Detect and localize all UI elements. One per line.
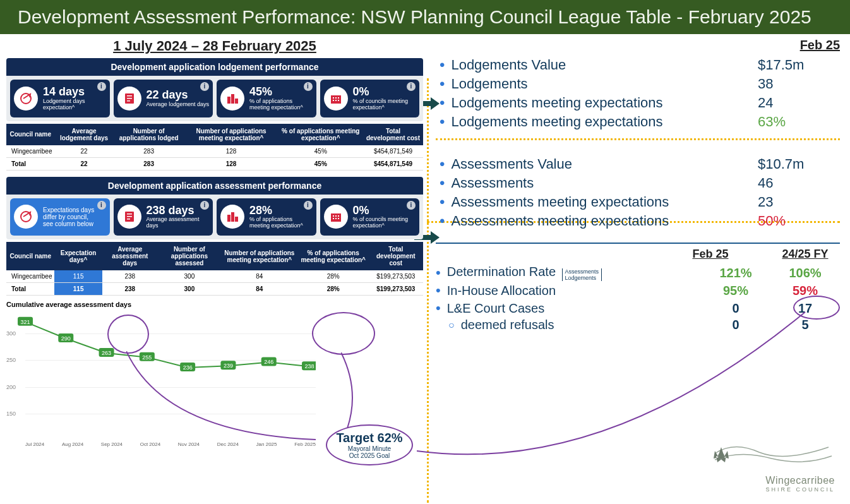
metric-value-month: 121% bbox=[701, 266, 770, 280]
table-cell: 300 bbox=[158, 270, 221, 283]
table-header: Total development cost bbox=[369, 242, 423, 270]
stat-label: Assessments bbox=[451, 175, 758, 191]
lodgement-section-title: Development application lodgement perfor… bbox=[6, 58, 423, 76]
assessment-section-title: Development application assessment perfo… bbox=[6, 177, 423, 195]
info-icon[interactable]: i bbox=[97, 82, 106, 91]
metric-row: L&E Court Cases 0 17 bbox=[436, 300, 840, 316]
data-point: 246 bbox=[261, 357, 277, 366]
metric-card: i 238 daysAverage assessment days bbox=[114, 198, 213, 236]
assessment-days-chart: Average assessment days 1502002503003212… bbox=[6, 311, 316, 437]
table-header: Total development cost bbox=[363, 124, 423, 145]
metric-row: Determination Rate AssessmentsLodgements… bbox=[436, 265, 840, 281]
assessment-stats-list: Assessments Value$10.7mAssessments46Asse… bbox=[436, 155, 840, 230]
svg-rect-5 bbox=[227, 97, 230, 104]
xtick-label: Aug 2024 bbox=[62, 441, 83, 447]
svg-rect-11 bbox=[338, 97, 339, 99]
info-icon[interactable]: i bbox=[304, 201, 313, 210]
info-icon[interactable]: i bbox=[304, 82, 313, 91]
stat-row: Assessments meeting expectations50% bbox=[453, 212, 840, 230]
card-label: % of councils meeting expectation^ bbox=[353, 99, 416, 111]
svg-text:246: 246 bbox=[264, 359, 273, 366]
card-icon bbox=[117, 205, 141, 229]
table-cell: 283 bbox=[114, 157, 184, 170]
stat-row: Lodgements Value$17.5m bbox=[453, 56, 840, 74]
metric-value-month: 0 bbox=[701, 301, 770, 316]
stat-value: 63% bbox=[758, 114, 840, 130]
data-point: 290 bbox=[58, 333, 73, 342]
table-cell: 128 bbox=[184, 145, 278, 158]
info-icon[interactable]: i bbox=[200, 201, 209, 210]
stat-label: Lodgements meeting expectations bbox=[451, 114, 758, 130]
metric-card: i 0%% of councils meeting expectation^ bbox=[320, 198, 420, 236]
vertical-divider bbox=[427, 78, 429, 503]
stat-row: Assessments Value$10.7m bbox=[453, 155, 840, 173]
svg-rect-24 bbox=[333, 215, 334, 217]
metric-value-month: 0 bbox=[701, 318, 770, 332]
divider bbox=[436, 138, 840, 140]
stat-row: Assessments46 bbox=[453, 174, 840, 192]
table-header: Council name bbox=[6, 242, 54, 270]
xtick-label: Jul 2024 bbox=[25, 441, 44, 447]
card-icon bbox=[324, 205, 348, 229]
info-icon[interactable]: i bbox=[407, 201, 416, 210]
svg-rect-2 bbox=[127, 95, 132, 97]
card-icon bbox=[324, 87, 348, 111]
table-cell: 283 bbox=[114, 145, 184, 158]
data-point: 236 bbox=[180, 363, 195, 371]
table-header: Average assessment days bbox=[102, 242, 158, 270]
metric-card: i 0%% of councils meeting expectation^ bbox=[320, 80, 420, 117]
svg-rect-21 bbox=[231, 212, 234, 222]
target-sub1: Mayoral Minute bbox=[336, 445, 402, 452]
table-cell: 115 bbox=[54, 283, 102, 296]
card-label: Average lodgement days bbox=[147, 102, 209, 108]
period-label: 1 July 2024 – 28 February 2025 bbox=[6, 38, 423, 54]
svg-rect-18 bbox=[127, 216, 132, 217]
metrics-block: Feb 25 24/25 FY Determination Rate Asses… bbox=[436, 248, 840, 332]
info-icon[interactable]: i bbox=[97, 201, 106, 210]
svg-rect-8 bbox=[331, 95, 341, 104]
metric-row: deemed refusals 0 5 bbox=[436, 318, 840, 332]
data-point: 263 bbox=[99, 348, 114, 357]
table-header: Council name bbox=[6, 124, 54, 145]
table-cell: Total bbox=[6, 157, 54, 170]
table-cell: 300 bbox=[158, 283, 221, 296]
data-point: 255 bbox=[140, 352, 155, 361]
svg-text:236: 236 bbox=[183, 364, 193, 371]
card-icon bbox=[14, 205, 38, 229]
svg-text:238: 238 bbox=[304, 363, 314, 369]
annotation-circle-50pct bbox=[793, 296, 840, 320]
info-icon[interactable]: i bbox=[200, 82, 209, 91]
svg-text:290: 290 bbox=[61, 335, 71, 342]
chart-svg: 321290263255236239246238 bbox=[6, 311, 316, 437]
stat-label: Assessments meeting expectations bbox=[451, 194, 758, 210]
stat-value: 38 bbox=[758, 76, 840, 92]
chart-title: Cumulative average assessment days bbox=[6, 301, 423, 308]
table-header: % of applications meeting expectation^ bbox=[298, 242, 369, 270]
table-cell: 84 bbox=[221, 270, 298, 283]
table-cell: 45% bbox=[278, 157, 363, 170]
card-label: Expectations daysdiffer by council,see c… bbox=[43, 207, 94, 227]
target-sub2: Oct 2025 Goal bbox=[336, 452, 402, 459]
table-cell: 22 bbox=[54, 157, 113, 170]
svg-text:239: 239 bbox=[224, 363, 233, 369]
annotation-circle-expectation-days bbox=[107, 315, 149, 354]
table-cell: $199,273,503 bbox=[369, 270, 423, 283]
metric-card: i 22 daysAverage lodgement days bbox=[114, 80, 213, 117]
stat-row: Lodgements meeting expectations24 bbox=[453, 94, 840, 112]
card-value: 14 days bbox=[43, 86, 106, 99]
table-row: Wingecarribee1152383008428%$199,273,503 bbox=[6, 270, 423, 283]
svg-rect-9 bbox=[333, 97, 334, 99]
metric-value-month: 95% bbox=[701, 284, 770, 298]
card-icon bbox=[220, 205, 244, 229]
svg-text:321: 321 bbox=[20, 319, 30, 325]
metric-card: i 45%% of applications meeting expectati… bbox=[217, 80, 316, 117]
xtick-label: Nov 2024 bbox=[178, 441, 200, 447]
metric-card: i 28%% of applications meeting expectati… bbox=[217, 198, 316, 236]
page-title: Development Assessment Performance: NSW … bbox=[0, 0, 850, 34]
info-icon[interactable]: i bbox=[407, 82, 416, 91]
stat-label: Lodgements Value bbox=[451, 57, 758, 73]
metric-label: In-House Allocation bbox=[447, 284, 701, 298]
stat-row: Lodgements38 bbox=[453, 75, 840, 93]
data-point: 238 bbox=[302, 361, 316, 370]
logo-sub: SHIRE COUNCIL bbox=[709, 486, 835, 493]
